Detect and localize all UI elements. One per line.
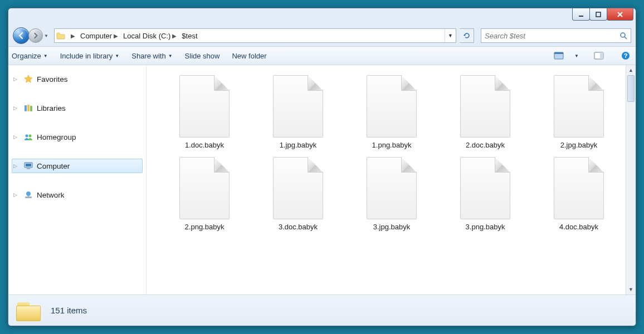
forward-button[interactable] xyxy=(28,28,43,43)
command-bar: Organize ▼ Include in library ▼ Share wi… xyxy=(8,46,636,65)
window-controls xyxy=(573,8,633,21)
search-input[interactable] xyxy=(485,32,616,40)
maximize-button[interactable] xyxy=(589,8,607,21)
svg-rect-1 xyxy=(596,12,601,17)
vertical-scrollbar[interactable]: ▲ ▼ xyxy=(626,65,636,294)
sidebar-item-network[interactable]: ▷ Network xyxy=(12,188,143,202)
expand-icon[interactable]: ▷ xyxy=(13,76,20,82)
svg-point-14 xyxy=(26,135,28,137)
file-icon xyxy=(273,157,323,219)
expand-icon[interactable]: ▷ xyxy=(13,134,20,140)
folder-icon xyxy=(55,32,67,40)
breadcrumb-item-0[interactable]: Computer ▶ xyxy=(78,29,121,42)
help-button[interactable]: ? xyxy=(619,49,632,62)
scroll-track[interactable] xyxy=(626,75,636,284)
chevron-right-icon: ▶ xyxy=(170,33,178,39)
file-icon xyxy=(460,75,510,137)
share-with-menu[interactable]: Share with ▼ xyxy=(131,52,172,60)
scroll-up-button[interactable]: ▲ xyxy=(626,65,636,75)
new-folder-button[interactable]: New folder xyxy=(232,52,266,60)
svg-point-15 xyxy=(29,135,32,137)
svg-rect-20 xyxy=(25,197,32,198)
address-history-dropdown[interactable]: ▼ xyxy=(445,29,456,42)
file-item[interactable]: 2.jpg.babyk xyxy=(534,75,623,149)
breadcrumb-root[interactable]: ▶ xyxy=(67,29,78,42)
file-icon xyxy=(367,157,417,219)
toolbar-label: Slide show xyxy=(185,52,220,60)
chevron-down-icon: ▼ xyxy=(168,53,173,58)
scroll-down-button[interactable]: ▼ xyxy=(626,284,636,294)
file-name: 2.png.babyk xyxy=(185,223,225,231)
file-item[interactable]: 3.png.babyk xyxy=(441,157,530,231)
expand-icon[interactable]: ▷ xyxy=(13,163,20,169)
breadcrumb-item-1[interactable]: Local Disk (C:) ▶ xyxy=(121,29,179,42)
svg-rect-11 xyxy=(25,105,27,111)
search-box[interactable] xyxy=(481,28,631,43)
file-item[interactable]: 1.png.babyk xyxy=(347,75,436,149)
file-name: 2.jpg.babyk xyxy=(560,141,598,149)
expand-icon[interactable]: ▷ xyxy=(13,105,20,111)
expand-icon[interactable]: ▷ xyxy=(13,192,20,198)
file-name: 1.doc.babyk xyxy=(185,141,224,149)
body: ▷ Favorites ▷ Libraries ▷ Homegroup xyxy=(8,65,636,294)
chevron-down-icon: ▼ xyxy=(115,53,119,58)
file-item[interactable]: 2.png.babyk xyxy=(160,157,249,231)
sidebar-item-favorites[interactable]: ▷ Favorites xyxy=(12,72,143,86)
toolbar-label: Organize xyxy=(12,52,41,60)
file-item[interactable]: 3.doc.babyk xyxy=(253,157,343,231)
file-item[interactable]: 1.doc.babyk xyxy=(160,75,249,149)
libraries-icon xyxy=(23,104,33,112)
file-icon xyxy=(460,157,510,219)
scroll-thumb[interactable] xyxy=(627,75,635,102)
file-name: 2.doc.babyk xyxy=(466,141,505,149)
file-icon xyxy=(367,75,417,137)
file-item[interactable]: 2.doc.babyk xyxy=(441,75,530,149)
file-name: 3.jpg.babyk xyxy=(373,223,411,231)
details-pane: 151 items xyxy=(8,294,636,326)
network-icon xyxy=(23,191,33,199)
sidebar-item-homegroup[interactable]: ▷ Homegroup xyxy=(12,130,143,144)
change-view-button[interactable] xyxy=(552,49,565,62)
toolbar-label: New folder xyxy=(232,52,266,60)
include-in-library-menu[interactable]: Include in library ▼ xyxy=(60,52,120,60)
navigation-row: ▼ ▶ Computer ▶ Local Disk (C:) ▶ $test ▼ xyxy=(8,25,636,46)
toolbar-label: Include in library xyxy=(60,52,113,60)
svg-rect-8 xyxy=(600,52,603,59)
back-button[interactable] xyxy=(13,27,30,44)
breadcrumb-item-2[interactable]: $test xyxy=(179,29,198,42)
svg-rect-2 xyxy=(57,33,60,35)
preview-pane-button[interactable] xyxy=(592,49,606,62)
address-bar[interactable]: ▶ Computer ▶ Local Disk (C:) ▶ $test ▼ xyxy=(54,28,456,43)
file-icon xyxy=(554,75,604,137)
sidebar-item-label: Libraries xyxy=(37,104,66,112)
svg-text:?: ? xyxy=(624,52,628,59)
explorer-window: ▼ ▶ Computer ▶ Local Disk (C:) ▶ $test ▼ xyxy=(8,8,636,326)
file-icon xyxy=(179,75,230,137)
sidebar-item-libraries[interactable]: ▷ Libraries xyxy=(12,101,143,115)
chevron-down-icon: ▼ xyxy=(43,53,48,58)
organize-menu[interactable]: Organize ▼ xyxy=(12,52,48,60)
close-button[interactable] xyxy=(607,8,633,21)
file-item[interactable]: 4.doc.babyk xyxy=(534,157,623,231)
svg-rect-17 xyxy=(26,164,31,166)
file-icon xyxy=(273,75,323,137)
minimize-button[interactable] xyxy=(572,8,590,21)
nav-history-dropdown[interactable]: ▼ xyxy=(43,30,50,42)
file-name: 3.doc.babyk xyxy=(279,223,318,231)
slide-show-button[interactable]: Slide show xyxy=(185,52,220,60)
file-item[interactable]: 1.jpg.babyk xyxy=(253,75,343,149)
homegroup-icon xyxy=(23,133,33,141)
file-name: 3.png.babyk xyxy=(466,223,505,231)
svg-rect-12 xyxy=(27,105,30,111)
change-view-dropdown[interactable]: ▼ xyxy=(574,53,579,58)
folder-icon xyxy=(16,300,41,321)
nav-buttons: ▼ xyxy=(13,26,51,45)
sidebar-item-computer[interactable]: ▷ Computer xyxy=(12,159,143,173)
file-item[interactable]: 3.jpg.babyk xyxy=(347,157,436,231)
refresh-button[interactable] xyxy=(460,28,474,43)
svg-rect-13 xyxy=(30,106,32,111)
breadcrumb-label: $test xyxy=(182,32,197,40)
chevron-right-icon: ▶ xyxy=(112,33,120,39)
file-icon xyxy=(554,157,604,219)
file-icon xyxy=(179,157,230,219)
